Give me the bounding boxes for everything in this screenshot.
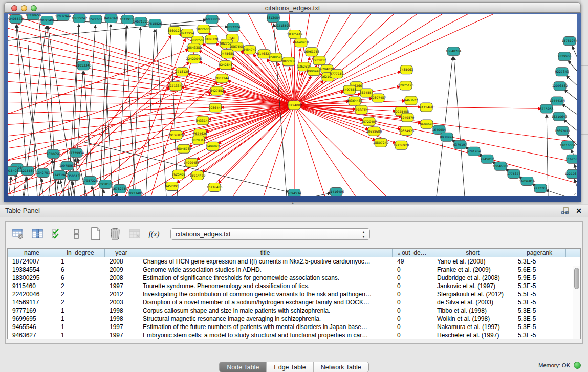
- graph-node[interactable]: 16914479: [190, 171, 206, 180]
- graph-node[interactable]: 9245012: [481, 155, 494, 163]
- graph-node[interactable]: 2036448: [209, 103, 223, 112]
- graph-node-hub[interactable]: 18724007: [287, 101, 302, 110]
- graph-node[interactable]: 8215958: [540, 104, 554, 113]
- graph-node[interactable]: 6791934: [467, 147, 481, 156]
- graph-node[interactable]: 9694534: [288, 189, 301, 196]
- table-row[interactable]: 1830029562008Estimation of significance …: [8, 274, 580, 282]
- scrollbar-thumb[interactable]: [574, 268, 579, 289]
- graph-node[interactable]: 9227343: [555, 68, 569, 76]
- column-header-name[interactable]: name: [8, 249, 56, 257]
- graph-node[interactable]: 9115460: [420, 103, 433, 112]
- graph-node[interactable]: 10958107: [98, 180, 114, 188]
- graph-node[interactable]: 16210643: [552, 112, 568, 121]
- graph-node[interactable]: 14099489: [184, 158, 200, 167]
- close-panel-icon[interactable]: ✕: [576, 207, 582, 215]
- column-header-year[interactable]: year: [105, 249, 138, 257]
- graph-node[interactable]: 1499822: [206, 142, 220, 150]
- row-height-icon[interactable]: [69, 227, 83, 241]
- delete-table-icon[interactable]: [108, 227, 122, 241]
- graph-node[interactable]: 7515526: [148, 19, 162, 28]
- graph-node[interactable]: 18226058: [196, 25, 212, 34]
- graph-node[interactable]: 2620656: [47, 149, 60, 158]
- graph-node[interactable]: 1588520: [269, 53, 283, 62]
- resize-grip-icon[interactable]: [570, 189, 577, 196]
- graph-node[interactable]: 8466160: [104, 14, 118, 23]
- graph-node[interactable]: 10688609: [366, 127, 382, 136]
- graph-node[interactable]: 7955812: [313, 56, 326, 65]
- graph-node[interactable]: 10807487: [371, 94, 386, 102]
- table-selector-dropdown[interactable]: citations_edges.txt ▲▼: [170, 228, 370, 240]
- graph-node[interactable]: 12093582: [552, 82, 568, 91]
- table-row[interactable]: 946362711997Embryonic stem cells: a mode…: [8, 331, 580, 339]
- graph-node[interactable]: 12444154: [550, 97, 565, 105]
- graph-node[interactable]: 1527602: [89, 15, 103, 24]
- graph-node[interactable]: 19756928: [394, 141, 409, 149]
- graph-node[interactable]: 8878314: [192, 136, 206, 144]
- graph-node[interactable]: 1167534: [566, 155, 577, 163]
- table-settings-icon[interactable]: [11, 227, 25, 241]
- graph-node[interactable]: 8660123: [168, 27, 182, 35]
- graph-node[interactable]: 16961758: [304, 48, 320, 56]
- table-row[interactable]: 1456911722003Disruption of a novel membe…: [8, 298, 580, 307]
- graph-node[interactable]: 22420046: [186, 55, 202, 63]
- graph-node[interactable]: 10975867: [59, 161, 75, 170]
- graph-node[interactable]: 8813054: [267, 14, 280, 23]
- table-row[interactable]: 946554611997Estimation of the future num…: [8, 323, 580, 331]
- graph-node[interactable]: 16648784: [446, 47, 462, 56]
- graph-node[interactable]: 2405572: [9, 15, 23, 24]
- graph-node[interactable]: 13505135: [66, 171, 82, 180]
- graph-node[interactable]: 8427552: [210, 86, 224, 95]
- table-row[interactable]: 977716911998Corpus callosum shape and si…: [8, 307, 580, 315]
- graph-node[interactable]: 16033809: [204, 15, 220, 24]
- graph-node[interactable]: 798632: [355, 105, 367, 114]
- graph-node[interactable]: 1342757: [36, 168, 50, 177]
- graph-node[interactable]: 16046788: [176, 144, 192, 153]
- graph-node[interactable]: 2718120: [176, 68, 189, 76]
- graph-node[interactable]: 8433144: [196, 116, 210, 125]
- vertical-scrollbar[interactable]: [573, 266, 580, 339]
- graph-node[interactable]: 21053346: [76, 61, 92, 70]
- graph-node[interactable]: 9699695: [420, 120, 434, 128]
- graph-node[interactable]: 12210344: [565, 169, 577, 178]
- graph-node[interactable]: 6379197: [453, 140, 467, 149]
- graph-node[interactable]: 10923485: [127, 189, 143, 196]
- graph-node[interactable]: 12213349: [168, 82, 184, 91]
- graph-node[interactable]: 9232262: [534, 184, 548, 192]
- graph-node[interactable]: 20691406: [39, 16, 55, 25]
- graph-node[interactable]: 16640910: [293, 38, 309, 47]
- graph-node[interactable]: 18807249: [373, 138, 389, 147]
- graph-node[interactable]: 6497568: [343, 85, 357, 94]
- column-header-out_de[interactable]: ▵out_de…: [393, 249, 432, 257]
- memory-status-icon[interactable]: [574, 362, 581, 369]
- graph-node[interactable]: 8990448: [307, 67, 321, 76]
- table-row[interactable]: 1938455462009Genome-wide association stu…: [8, 266, 580, 274]
- graph-node[interactable]: 9475685: [221, 50, 234, 58]
- create-table-icon[interactable]: [89, 227, 103, 241]
- graph-node[interactable]: 15716485: [207, 183, 223, 191]
- graph-node[interactable]: 11416406: [329, 187, 344, 196]
- graph-node[interactable]: 19218596: [275, 21, 291, 30]
- graph-node[interactable]: 12032944: [55, 14, 71, 21]
- graph-node[interactable]: 8822037: [282, 57, 296, 66]
- column-header-title[interactable]: title: [138, 249, 393, 257]
- select-visible-columns-icon[interactable]: [50, 227, 64, 241]
- graph-node[interactable]: 20364436: [347, 97, 363, 105]
- graph-node[interactable]: 9463627: [404, 96, 418, 105]
- graph-node[interactable]: 1775377: [507, 169, 521, 178]
- window-titlebar[interactable]: citations_edges.txt: [4, 2, 581, 13]
- graph-node[interactable]: 1215689: [21, 166, 35, 175]
- graph-node[interactable]: 17359934: [69, 148, 84, 157]
- column-header-short[interactable]: short: [432, 249, 513, 257]
- graph-node[interactable]: 10655247: [72, 14, 88, 23]
- function-builder-icon[interactable]: f(x): [147, 227, 161, 241]
- graph-node[interactable]: 16096816: [519, 177, 535, 185]
- graph-node[interactable]: 8186328: [205, 35, 219, 44]
- graph-node[interactable]: 18325419: [287, 30, 303, 39]
- table-row[interactable]: 911546021997Tourette syndrome. Phenomeno…: [8, 282, 580, 290]
- graph-node[interactable]: 9242848: [219, 61, 233, 70]
- graph-node[interactable]: 19654923: [399, 126, 415, 135]
- graph-node[interactable]: 19196829: [168, 130, 184, 139]
- table-row[interactable]: 2242004622012Investigating the contribut…: [8, 290, 580, 298]
- graph-node[interactable]: 16782759: [112, 184, 128, 193]
- column-header-pagerank[interactable]: pagerank: [513, 249, 566, 257]
